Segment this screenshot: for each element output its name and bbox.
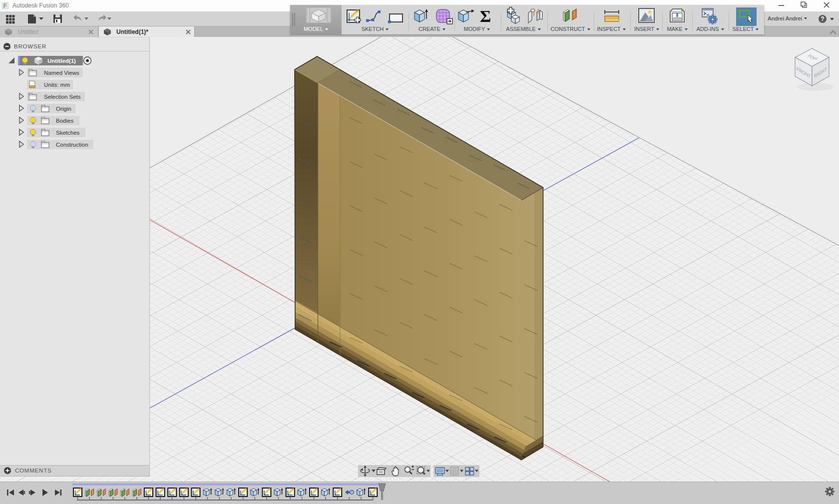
svg-text:Untitled(1): Untitled(1) [47, 58, 76, 64]
svg-text:Sketches: Sketches [56, 130, 80, 136]
svg-text:Construction: Construction [56, 142, 88, 148]
svg-text:Selection Sets: Selection Sets [44, 94, 81, 100]
svg-text:Units: mm: Units: mm [44, 82, 70, 88]
svg-text:Named Views: Named Views [44, 70, 79, 76]
svg-text:Σ: Σ [480, 7, 491, 25]
svg-text:F: F [3, 2, 7, 9]
svg-text:Bodies: Bodies [56, 118, 73, 124]
svg-text:?: ? [821, 15, 824, 22]
svg-text:Origin: Origin [56, 106, 71, 112]
